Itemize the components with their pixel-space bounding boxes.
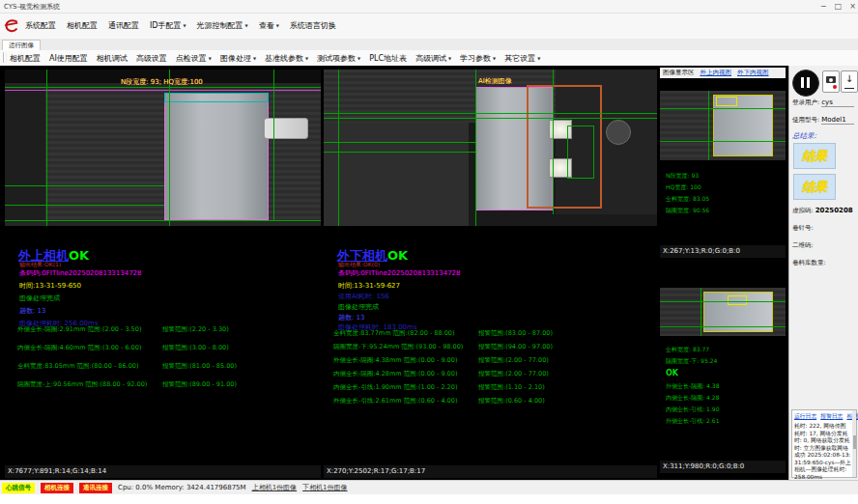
tool-spot-check[interactable]: 点检设置▼ bbox=[176, 53, 212, 64]
machine-knob bbox=[606, 120, 631, 145]
center-camera-scene[interactable]: AI检测图像 bbox=[324, 70, 657, 226]
tool-baseline-params[interactable]: 基准线参数▼ bbox=[265, 53, 308, 64]
tool-advanced-debug[interactable]: 高级调试▼ bbox=[415, 53, 451, 64]
menu-id-config[interactable]: ID手配置▼ bbox=[150, 20, 186, 31]
result-box-bottom: 结果 bbox=[793, 174, 836, 200]
download-arrow-icon: ↓ bbox=[842, 73, 857, 84]
toolbar-grip[interactable] bbox=[3, 52, 7, 63]
right-view2-panel: 全料宽度: 83.77 隔圈宽度-下: 95.24 OK 外侧全长-隔圈: 4.… bbox=[660, 270, 786, 473]
yellow-roi-box bbox=[728, 295, 747, 305]
center-camera-panel: AI检测图像 外下相机OK 输出结果:OK(0) 条码码:0FITline202… bbox=[324, 68, 657, 478]
menu-comm-config[interactable]: 通讯配置 bbox=[108, 20, 139, 31]
measure-row: 全料宽度:83.77mm 范围:(82.00 - 88.00)报警范围:(83.… bbox=[333, 329, 652, 338]
scene-measure-label: AI检测图像 bbox=[478, 76, 512, 86]
view1-text-line: HQ宽度: 100 bbox=[666, 183, 701, 192]
measurement-line bbox=[701, 288, 701, 336]
tool-image-processing[interactable]: 图像处理▼ bbox=[220, 53, 256, 64]
right-view1-scene[interactable] bbox=[660, 91, 786, 160]
view1-text-line: N段宽度: 93 bbox=[666, 172, 699, 181]
link-bottom-view[interactable]: 外下内视图 bbox=[737, 68, 769, 78]
result-box-top: 结果 bbox=[793, 143, 836, 169]
measurement-line bbox=[660, 108, 786, 109]
menu-items: 系统配置 相机配置 通讯配置 ID手配置▼ 光源控制配置▼ 查看▼ 系统语言切换 bbox=[25, 20, 336, 31]
menu-system-config[interactable]: 系统配置 bbox=[25, 20, 56, 31]
cpu-memory-readout: Cpu: 0.0% Memory: 3424.41796875M bbox=[118, 484, 246, 491]
measurement-line bbox=[169, 70, 170, 226]
comm-connection-badge: 通讯连接 bbox=[79, 483, 112, 493]
maximize-icon[interactable]: □ bbox=[835, 0, 843, 14]
measure-row: 隔圈宽度-上:90.56mm 范围:(88.00 - 92.00)报警范围:(8… bbox=[17, 380, 317, 389]
tool-ai-config[interactable]: AI使用配置 bbox=[49, 53, 88, 64]
pin-row: 卷针号: bbox=[792, 224, 856, 233]
measure-row: 内侧全长-隔圈:4.60mm 范围:(3.00 - 6.00)报警范围:(3.0… bbox=[17, 344, 317, 352]
log-scrollbar[interactable] bbox=[852, 410, 856, 477]
measurement-line bbox=[660, 326, 786, 327]
measurement-line bbox=[475, 70, 476, 226]
measurement-line bbox=[324, 113, 657, 114]
log-panel: 运行日志 报警日志 检测日志 耗时: 222, 网络传图耗时: 17, 网络分发… bbox=[791, 409, 857, 478]
chevron-down-icon: ▼ bbox=[537, 56, 540, 61]
measure-row: 外侧全长-引线:2.61mm 范围:(0.60 - 4.00)报警范围:(0.6… bbox=[333, 397, 652, 406]
measurement-line bbox=[338, 70, 339, 226]
qr-label: 二维码: bbox=[792, 241, 814, 249]
barcode-line: 条码码:0FITline20250208133134728 bbox=[19, 268, 142, 278]
chevron-down-icon: ▼ bbox=[184, 23, 186, 28]
tool-camera-debug[interactable]: 相机调试 bbox=[97, 53, 128, 64]
tool-test-params[interactable]: 测试项参数▼ bbox=[317, 53, 360, 64]
virtual-code-row: 虚拟码:20250208 bbox=[792, 207, 856, 215]
measurement-line bbox=[324, 118, 657, 119]
status-line: 图像处理完成 bbox=[19, 294, 60, 303]
measurement-line bbox=[273, 70, 274, 220]
tool-advanced-settings[interactable]: 高级设置 bbox=[136, 53, 167, 64]
tool-other-settings[interactable]: 其它设置▼ bbox=[504, 53, 540, 64]
view1-text-line: 隔圈宽度: 90.56 bbox=[666, 207, 709, 215]
login-user-label: 登录用户: bbox=[792, 98, 819, 106]
measurement-line bbox=[708, 91, 709, 160]
top-camera-image-link[interactable]: 上相机1份图像 bbox=[252, 483, 297, 492]
total-result-label: 总结果: bbox=[792, 131, 816, 141]
status-line: 图像处理完成 bbox=[338, 302, 379, 312]
title-bar: CYS-视觉检测系统 − □ × bbox=[0, 0, 858, 14]
bottom-camera-image-link[interactable]: 下相机1份图像 bbox=[302, 483, 347, 492]
barcode-line: 条码码:0FITline20250208133134728 bbox=[338, 268, 461, 278]
right-view-header: 图像显示区 外上内视图 外下内视图 bbox=[660, 68, 786, 78]
view2-text-line: 隔圈宽度-下: 95.24 bbox=[666, 357, 717, 366]
stock-row: 卷料库数量: bbox=[792, 259, 856, 275]
log-tab-run[interactable]: 运行日志 bbox=[794, 412, 816, 421]
chevron-down-icon: ▼ bbox=[448, 56, 451, 61]
chevron-down-icon: ▼ bbox=[209, 56, 212, 61]
log-tab-alarm[interactable]: 报警日志 bbox=[820, 412, 843, 421]
time-line: 时间:13-31-59-650 bbox=[19, 281, 81, 291]
save-image-button[interactable]: ↓ bbox=[841, 70, 858, 93]
left-camera-scene[interactable]: N段宽度: 93; HQ宽度:100 bbox=[5, 70, 321, 226]
scene-left-column bbox=[5, 89, 45, 220]
chevron-down-icon: ▼ bbox=[276, 23, 279, 28]
cyan-roi-box bbox=[164, 93, 269, 102]
menu-light-config[interactable]: 光源控制配置▼ bbox=[197, 20, 248, 31]
view2-text-line: 外侧全长-引线: 2.61 bbox=[666, 417, 719, 426]
close-icon[interactable]: × bbox=[849, 0, 856, 14]
tool-plc-table[interactable]: PLC地址表 bbox=[369, 53, 407, 64]
count-line: 趟数: 13 bbox=[338, 313, 365, 322]
tool-learning-params[interactable]: 学习参数▼ bbox=[460, 53, 496, 64]
download-tray-icon bbox=[844, 88, 854, 90]
scene-measure-label: N段宽度: 93; HQ宽度:100 bbox=[121, 77, 203, 87]
green-roi-box bbox=[567, 126, 594, 179]
menu-language-switch[interactable]: 系统语言切换 bbox=[290, 20, 336, 31]
view2-text-line: 内侧全长-隔圈: 4.28 bbox=[666, 394, 719, 403]
menu-camera-config[interactable]: 相机配置 bbox=[67, 20, 98, 31]
measurement-line bbox=[5, 205, 164, 206]
camera-capture-button[interactable] bbox=[822, 70, 840, 93]
menu-view[interactable]: 查看▼ bbox=[259, 20, 279, 31]
left-camera-panel: N段宽度: 93; HQ宽度:100 外上相机OK 输出结果:OK(1) 条码码… bbox=[5, 68, 321, 478]
pause-button[interactable] bbox=[792, 70, 819, 97]
minimize-icon[interactable]: − bbox=[820, 0, 827, 14]
camera-connection-badge: 相机连接 bbox=[41, 483, 73, 493]
log-tabs: 运行日志 报警日志 检测日志 bbox=[792, 410, 856, 422]
link-top-view[interactable]: 外上内视图 bbox=[701, 68, 732, 78]
view2-ok-label: OK bbox=[666, 369, 678, 378]
tool-camera-config[interactable]: 相机配置 bbox=[10, 53, 41, 64]
product-region bbox=[164, 93, 269, 220]
right-view2-scene[interactable] bbox=[660, 288, 786, 336]
model-label: 使用型号: bbox=[792, 116, 819, 124]
